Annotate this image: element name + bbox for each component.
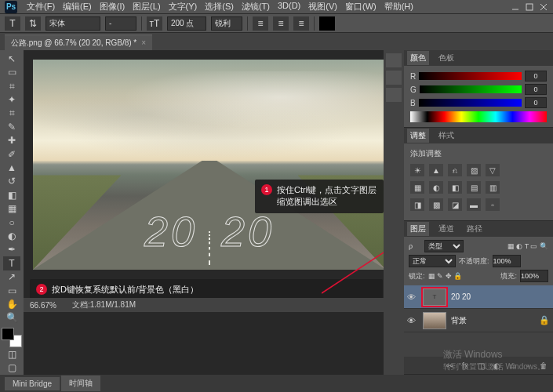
tab-layers[interactable]: 图层 bbox=[407, 222, 429, 236]
screenmode-tool[interactable]: ▢ bbox=[3, 361, 20, 375]
g-slider[interactable] bbox=[420, 85, 522, 93]
close-tab-icon[interactable]: × bbox=[141, 38, 146, 47]
align-center-icon[interactable]: ≡ bbox=[273, 16, 289, 31]
type-tool-icon[interactable]: T bbox=[5, 16, 20, 31]
strip-icon-3[interactable] bbox=[386, 88, 402, 102]
mask-icon[interactable]: ◫ bbox=[475, 360, 487, 371]
filter-icon[interactable]: ▦ ◐ T ▭ 🔍 bbox=[508, 242, 548, 250]
lasso-tool[interactable]: ⌗ bbox=[3, 79, 20, 93]
adj-exposure-icon[interactable]: ▨ bbox=[467, 164, 481, 176]
opacity-input[interactable] bbox=[493, 255, 521, 267]
path-tool[interactable]: ↗ bbox=[3, 270, 20, 284]
close-icon[interactable] bbox=[539, 3, 548, 11]
menu-filter[interactable]: 滤镜(T) bbox=[238, 0, 273, 14]
zoom-level[interactable]: 66.67% bbox=[30, 301, 56, 310]
layer-name[interactable]: 20 20 bbox=[451, 292, 471, 301]
maximize-icon[interactable] bbox=[525, 3, 534, 11]
history-brush-tool[interactable]: ↺ bbox=[3, 175, 20, 188]
tab-minibridge[interactable]: Mini Bridge bbox=[5, 377, 60, 390]
adj-gradient-icon[interactable]: ▬ bbox=[467, 198, 481, 211]
menu-select[interactable]: 选择(S) bbox=[202, 0, 237, 14]
blend-mode-select[interactable]: 正常 bbox=[409, 255, 456, 267]
gradient-tool[interactable]: ▦ bbox=[3, 201, 20, 215]
adj-vibrance-icon[interactable]: ▽ bbox=[486, 164, 500, 176]
layer-kind-select[interactable]: 类型 bbox=[424, 240, 464, 252]
layer-row[interactable]: 👁 T 20 20 bbox=[404, 285, 553, 309]
tab-swatches[interactable]: 色板 bbox=[435, 51, 457, 65]
shape-tool[interactable]: ▭ bbox=[3, 284, 20, 297]
menu-layer[interactable]: 图层(L) bbox=[129, 0, 163, 14]
adj-photo-icon[interactable]: ▤ bbox=[467, 181, 481, 194]
font-style-select[interactable]: - bbox=[105, 16, 136, 31]
hand-tool[interactable]: ✋ bbox=[3, 297, 20, 310]
minimize-icon[interactable] bbox=[511, 3, 520, 11]
color-swatches[interactable] bbox=[2, 328, 22, 347]
layer-thumbnail[interactable] bbox=[423, 312, 446, 329]
fx-icon[interactable]: fx bbox=[459, 360, 471, 371]
adj-selective-icon[interactable]: ▫ bbox=[486, 198, 500, 211]
menu-view[interactable]: 视图(V) bbox=[305, 0, 340, 14]
b-input[interactable] bbox=[525, 97, 547, 108]
blur-tool[interactable]: ○ bbox=[3, 216, 20, 229]
adj-balance-icon[interactable]: ◐ bbox=[429, 181, 443, 194]
marquee-tool[interactable]: ▭ bbox=[3, 65, 20, 78]
tab-color[interactable]: 颜色 bbox=[407, 51, 429, 65]
link-layers-icon[interactable]: ⚯ bbox=[443, 360, 456, 371]
tab-paths[interactable]: 路径 bbox=[464, 222, 486, 236]
menu-image[interactable]: 图像(I) bbox=[96, 0, 128, 14]
align-left-icon[interactable]: ≡ bbox=[253, 16, 268, 31]
layer-thumbnail[interactable]: T bbox=[423, 289, 446, 306]
strip-icon-2[interactable] bbox=[386, 71, 402, 85]
antialias-select[interactable]: 锐利 bbox=[211, 16, 242, 31]
adj-invert-icon[interactable]: ◨ bbox=[410, 198, 424, 211]
type-tool[interactable]: T bbox=[3, 256, 20, 270]
layer-row[interactable]: 👁 背景 🔒 bbox=[404, 309, 553, 332]
eraser-tool[interactable]: ◧ bbox=[3, 188, 20, 201]
adj-threshold-icon[interactable]: ◪ bbox=[448, 198, 462, 211]
menu-file[interactable]: 文件(F) bbox=[24, 0, 58, 14]
fill-input[interactable] bbox=[520, 270, 548, 282]
stamp-tool[interactable]: ▲ bbox=[3, 161, 20, 174]
dodge-tool[interactable]: ◐ bbox=[3, 229, 20, 242]
eyedropper-tool[interactable]: ✎ bbox=[3, 120, 20, 133]
adj-hue-icon[interactable]: ▦ bbox=[410, 181, 424, 194]
quickmask-tool[interactable]: ◫ bbox=[3, 347, 20, 361]
menu-type[interactable]: 文字(Y) bbox=[166, 0, 201, 14]
color-spectrum[interactable] bbox=[410, 111, 547, 122]
adj-levels-icon[interactable]: ▲ bbox=[429, 164, 443, 176]
r-slider[interactable] bbox=[419, 72, 522, 80]
adj-curves-icon[interactable]: ⎌ bbox=[448, 164, 462, 176]
canvas[interactable]: 2020 bbox=[33, 60, 384, 270]
visibility-icon[interactable]: 👁 bbox=[407, 316, 418, 325]
menu-window[interactable]: 窗口(W) bbox=[342, 0, 380, 14]
text-color-swatch[interactable] bbox=[319, 16, 335, 31]
r-input[interactable] bbox=[525, 71, 547, 82]
zoom-tool[interactable]: 🔍 bbox=[3, 311, 20, 325]
g-input[interactable] bbox=[525, 84, 547, 95]
layer-name[interactable]: 背景 bbox=[451, 315, 467, 326]
adjustment-layer-icon[interactable]: ◐ bbox=[490, 360, 503, 371]
trash-icon[interactable]: 🗑 bbox=[537, 360, 550, 371]
adj-brightness-icon[interactable]: ☀ bbox=[410, 164, 424, 176]
font-size-select[interactable]: 200 点 bbox=[167, 16, 206, 31]
menu-edit[interactable]: 编辑(E) bbox=[60, 0, 95, 14]
brush-tool[interactable]: ✐ bbox=[3, 147, 20, 161]
heal-tool[interactable]: ✚ bbox=[3, 133, 20, 147]
adj-mixer-icon[interactable]: ▥ bbox=[486, 181, 500, 194]
adj-bw-icon[interactable]: ◧ bbox=[448, 181, 462, 194]
align-right-icon[interactable]: ≡ bbox=[293, 16, 309, 31]
strip-icon-1[interactable] bbox=[386, 53, 402, 67]
tab-adjustments[interactable]: 调整 bbox=[407, 129, 429, 143]
document-tab[interactable]: 公路.png @ 66.7% (20 20, RGB/8) * × bbox=[5, 34, 152, 50]
wand-tool[interactable]: ✦ bbox=[3, 93, 20, 106]
adj-poster-icon[interactable]: ▩ bbox=[429, 198, 443, 211]
menu-help[interactable]: 帮助(H) bbox=[381, 0, 417, 14]
tab-channels[interactable]: 通道 bbox=[435, 222, 457, 236]
orientation-icon[interactable]: ⇅ bbox=[25, 16, 41, 31]
tab-styles[interactable]: 样式 bbox=[435, 129, 457, 143]
crop-tool[interactable]: ⌗ bbox=[3, 107, 20, 120]
pen-tool[interactable]: ✒ bbox=[3, 243, 20, 256]
lock-icons[interactable]: ▦ ✎ ✥ 🔒 bbox=[428, 272, 463, 280]
menu-3d[interactable]: 3D(D) bbox=[275, 0, 304, 14]
foreground-color-swatch[interactable] bbox=[2, 328, 14, 340]
